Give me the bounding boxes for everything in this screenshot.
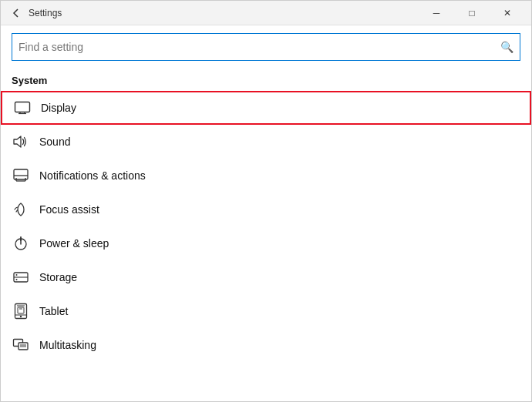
sidebar-item-sound[interactable]: Sound — [1, 125, 531, 159]
svg-rect-0 — [15, 102, 30, 112]
window-controls: ─ □ ✕ — [419, 1, 525, 25]
sidebar-item-focus[interactable]: Focus assist — [1, 193, 531, 226]
svg-point-16 — [16, 279, 18, 280]
display-icon — [13, 99, 32, 117]
search-bar: 🔍 — [1, 25, 531, 67]
close-button[interactable]: ✕ — [490, 1, 525, 25]
search-input[interactable] — [19, 41, 500, 53]
svg-rect-21 — [18, 307, 24, 313]
sound-label: Sound — [39, 136, 70, 148]
sidebar-item-power[interactable]: Power & sleep — [1, 226, 531, 260]
tablet-label: Tablet — [39, 305, 68, 317]
sidebar-item-tablet[interactable]: Tablet — [1, 294, 531, 328]
title-bar: Settings ─ □ ✕ — [1, 1, 531, 25]
sidebar-item-multitasking[interactable]: Multitasking — [1, 328, 531, 362]
back-button[interactable] — [7, 4, 25, 22]
minimize-button[interactable]: ─ — [419, 1, 454, 25]
sound-icon — [12, 132, 30, 151]
search-input-wrap[interactable]: 🔍 — [12, 33, 520, 61]
power-label: Power & sleep — [39, 237, 109, 250]
search-icon: 🔍 — [500, 41, 513, 53]
multitasking-icon — [12, 336, 30, 354]
maximize-button[interactable]: □ — [454, 1, 490, 25]
focus-label: Focus assist — [39, 203, 99, 216]
window-title: Settings — [29, 8, 419, 18]
svg-point-18 — [20, 316, 22, 317]
multitasking-label: Multitasking — [39, 339, 96, 351]
notifications-icon — [12, 166, 30, 185]
sidebar-item-storage[interactable]: Storage — [1, 260, 531, 294]
svg-point-15 — [16, 274, 18, 276]
sidebar-item-notifications[interactable]: Notifications & actions — [1, 159, 531, 193]
storage-label: Storage — [39, 271, 77, 283]
notifications-label: Notifications & actions — [39, 169, 146, 182]
section-label-system: System — [1, 70, 531, 91]
display-label: Display — [41, 102, 76, 114]
settings-content: System Display Sound — [1, 67, 531, 362]
focus-icon — [12, 200, 30, 219]
svg-marker-4 — [14, 136, 21, 147]
storage-icon — [12, 268, 30, 286]
sidebar-item-display[interactable]: Display — [1, 91, 531, 125]
tablet-icon — [12, 302, 30, 320]
power-icon — [12, 234, 30, 253]
